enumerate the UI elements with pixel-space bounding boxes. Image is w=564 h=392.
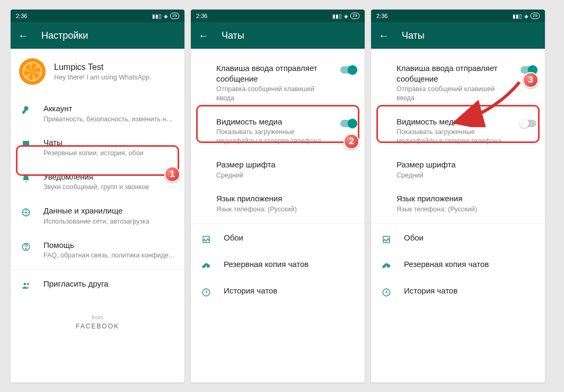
setting-sub: Показывать загруженные медиафайлы в гале…: [396, 128, 509, 146]
divider: [11, 269, 184, 270]
svg-point-3: [24, 283, 27, 286]
setting-app-language[interactable]: Язык приложения Язык телефона: (Русский): [191, 186, 365, 220]
setting-sub: Показывать загруженные медиафайлы в гале…: [216, 128, 329, 146]
item-label: Пригласить друга: [43, 279, 176, 289]
setting-font-size[interactable]: Размер шрифта Средний: [191, 153, 365, 186]
item-label: Помощь: [43, 240, 176, 251]
profile-name: Lumpics Test: [54, 63, 151, 72]
avatar[interactable]: [19, 58, 46, 85]
settings-item-invite[interactable]: Пригласить друга: [11, 272, 184, 298]
content: Клавиша ввода отправляет сообщение Отпра…: [371, 49, 545, 382]
setting-enter-send[interactable]: Клавиша ввода отправляет сообщение Отпра…: [191, 56, 365, 110]
content: Lumpics Test Hey there! I am using Whats…: [11, 49, 184, 382]
wallpaper-icon: [381, 234, 392, 245]
signal-icon: ▮▮▯: [332, 13, 342, 19]
action-backup[interactable]: Резервная копия чатов: [371, 252, 545, 279]
divider: [371, 223, 545, 224]
status-right: ▮▮▯ ◈ 29: [332, 13, 359, 19]
toggle-enter-send[interactable]: [521, 66, 536, 74]
status-bar: 2:36 ▮▮▯ ◈ 29: [191, 10, 365, 22]
wifi-icon: ◈: [164, 13, 168, 19]
status-bar: 2:36 ▮▮▯ ◈ 29: [371, 10, 545, 22]
wifi-icon: ◈: [524, 13, 528, 19]
profile-row[interactable]: Lumpics Test Hey there! I am using Whats…: [11, 49, 184, 96]
status-time: 2:36: [376, 13, 387, 19]
chat-icon: [20, 138, 32, 150]
footer-brand: FACEBOOK: [11, 323, 184, 330]
setting-sub: Отправка сообщений клавишей ввода: [396, 85, 509, 103]
item-sub: Использование сети, автозагрузка: [43, 217, 176, 226]
setting-app-language[interactable]: Язык приложения Язык телефона: (Русский): [371, 186, 545, 220]
item-label: Уведомления: [43, 172, 176, 182]
action-label: Обои: [224, 233, 356, 243]
appbar-title: Чаты: [402, 30, 425, 41]
status-time: 2:36: [196, 13, 207, 19]
item-sub: FAQ, обратная связь, политика конфиденци…: [43, 251, 176, 260]
setting-label: Размер шрифта: [396, 159, 536, 170]
item-sub: Резервные копии, история, обои: [43, 149, 176, 158]
setting-sub: Средний: [396, 171, 536, 180]
content: Клавиша ввода отправляет сообщение Отпра…: [191, 49, 365, 382]
action-label: Резервная копия чатов: [404, 259, 536, 270]
data-icon: [20, 207, 32, 218]
item-sub: Приватность, безопасность, изменить номе…: [43, 115, 176, 124]
phone-1: 2:36 ▮▮▯ ◈ 29 ← Настройки Lumpics Test H…: [11, 10, 184, 382]
setting-label: Размер шрифта: [216, 159, 356, 170]
invite-icon: [20, 280, 32, 291]
cloud-icon: [381, 260, 392, 272]
bell-icon: [20, 173, 32, 184]
appbar-title: Настройки: [41, 30, 88, 41]
divider: [191, 223, 365, 224]
signal-icon: ▮▮▯: [152, 13, 162, 19]
action-label: Резервная копия чатов: [224, 259, 356, 270]
footer-from: from: [11, 314, 184, 320]
battery-icon: 29: [531, 13, 540, 19]
phone-3: 2:36 ▮▮▯ ◈ 29 ← Чаты Клавиша ввода отпра…: [371, 10, 545, 382]
action-wallpaper[interactable]: Обои: [371, 226, 545, 252]
wallpaper-icon: [200, 234, 212, 245]
signal-icon: ▮▮▯: [513, 13, 522, 19]
item-label: Аккаунт: [43, 103, 176, 114]
action-label: История чатов: [224, 286, 356, 296]
settings-item-account[interactable]: Аккаунт Приватность, безопасность, измен…: [11, 96, 184, 130]
wifi-icon: ◈: [344, 13, 348, 19]
back-button[interactable]: ←: [18, 30, 29, 42]
settings-item-chats[interactable]: Чаты Резервные копии, история, обои: [11, 130, 184, 164]
app-bar: ← Чаты: [191, 22, 365, 49]
setting-label: Видимость медиа: [396, 117, 509, 127]
status-right: ▮▮▯ ◈ 29: [513, 13, 540, 19]
profile-status: Hey there! I am using WhatsApp.: [54, 74, 151, 81]
item-sub: Звуки сообщений, групп и звонков: [43, 183, 176, 192]
svg-point-4: [27, 283, 29, 285]
phone-2: 2:36 ▮▮▯ ◈ 29 ← Чаты Клавиша ввода отпра…: [191, 10, 365, 382]
setting-label: Язык приложения: [396, 193, 536, 204]
setting-media-visibility[interactable]: Видимость медиа Показывать загруженные м…: [191, 110, 365, 153]
settings-item-notifications[interactable]: Уведомления Звуки сообщений, групп и зво…: [11, 165, 184, 199]
toggle-media-visibility[interactable]: [340, 120, 356, 127]
settings-item-help[interactable]: Помощь FAQ, обратная связь, политика кон…: [11, 233, 184, 267]
history-icon: [200, 287, 212, 298]
toggle-enter-send[interactable]: [340, 66, 356, 74]
action-history[interactable]: История чатов: [371, 279, 545, 305]
help-icon: [20, 241, 32, 253]
action-backup[interactable]: Резервная копия чатов: [191, 252, 365, 279]
battery-icon: 29: [170, 13, 179, 19]
back-button[interactable]: ←: [198, 30, 209, 42]
setting-font-size[interactable]: Размер шрифта Средний: [371, 153, 545, 186]
key-icon: [20, 104, 32, 116]
setting-label: Язык приложения: [216, 193, 356, 204]
toggle-media-visibility[interactable]: [521, 120, 536, 127]
setting-label: Клавиша ввода отправляет сообщение: [396, 63, 509, 84]
appbar-title: Чаты: [222, 30, 244, 41]
action-wallpaper[interactable]: Обои: [191, 226, 365, 252]
back-button[interactable]: ←: [378, 30, 389, 42]
cloud-icon: [200, 260, 212, 272]
item-label: Данные и хранилище: [43, 206, 176, 216]
settings-item-data[interactable]: Данные и хранилище Использование сети, а…: [11, 199, 184, 233]
setting-media-visibility[interactable]: Видимость медиа Показывать загруженные м…: [371, 110, 545, 153]
setting-enter-send[interactable]: Клавиша ввода отправляет сообщение Отпра…: [371, 56, 545, 110]
app-bar: ← Настройки: [11, 22, 184, 49]
status-right: ▮▮▯ ◈ 29: [152, 13, 179, 19]
action-history[interactable]: История чатов: [191, 279, 365, 305]
action-label: Обои: [404, 233, 536, 243]
